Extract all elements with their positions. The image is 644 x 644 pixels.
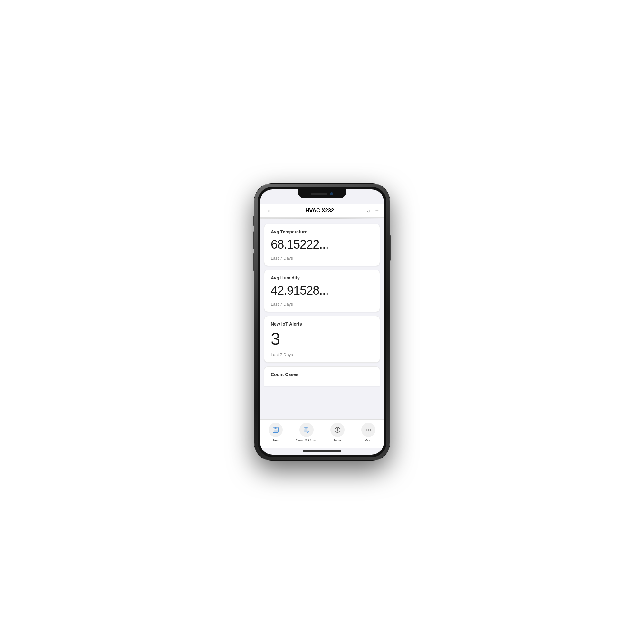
page-title: HVAC X232 (305, 207, 334, 214)
count-cases-card: Count Cases (264, 366, 380, 386)
navigation-bar: ‹ HVAC X232 ⌕ + (260, 204, 384, 218)
svg-rect-5 (305, 427, 307, 429)
more-icon (365, 426, 372, 433)
count-cases-label: Count Cases (271, 372, 373, 377)
save-close-icon-wrap (299, 423, 314, 437)
phone-screen: ‹ HVAC X232 ⌕ + Avg Temperature 68.15222… (260, 189, 384, 455)
new-icon-wrap (330, 423, 345, 437)
new-iot-alerts-card: New IoT Alerts 3 Last 7 Days (264, 316, 380, 363)
avg-temperature-value: 68.15222... (271, 238, 373, 251)
svg-rect-3 (275, 427, 276, 429)
new-iot-alerts-value: 3 (271, 330, 373, 347)
new-iot-alerts-period: Last 7 Days (271, 352, 373, 357)
more-label: More (364, 438, 372, 442)
avg-humidity-label: Avg Humidity (271, 275, 373, 280)
phone-device: ‹ HVAC X232 ⌕ + Avg Temperature 68.15222… (254, 184, 390, 460)
new-iot-alerts-label: New IoT Alerts (271, 321, 373, 327)
avg-humidity-period: Last 7 Days (271, 302, 373, 307)
new-toolbar-item[interactable]: New (322, 423, 353, 442)
nav-actions: ⌕ + (366, 207, 379, 214)
save-label: Save (271, 438, 279, 442)
home-bar (303, 450, 341, 452)
save-icon (272, 426, 279, 433)
save-icon-wrap (269, 423, 283, 437)
home-indicator (260, 448, 384, 455)
avg-humidity-card: Avg Humidity 42.91528... Last 7 Days (264, 270, 380, 312)
svg-rect-2 (274, 430, 278, 432)
svg-rect-6 (305, 429, 307, 431)
speaker (311, 193, 327, 195)
more-toolbar-item[interactable]: More (353, 423, 384, 442)
scroll-content: Avg Temperature 68.15222... Last 7 Days … (260, 219, 384, 419)
avg-temperature-label: Avg Temperature (271, 229, 373, 234)
avg-temperature-period: Last 7 Days (271, 256, 373, 260)
more-icon-wrap (361, 423, 375, 437)
svg-point-13 (368, 429, 369, 431)
save-toolbar-item[interactable]: Save (260, 423, 291, 442)
back-button[interactable]: ‹ (265, 205, 273, 215)
notch (298, 189, 346, 198)
save-close-toolbar-item[interactable]: Save & Close (291, 423, 322, 442)
avg-temperature-card: Avg Temperature 68.15222... Last 7 Days (264, 224, 380, 266)
save-close-icon (303, 426, 310, 433)
new-icon (334, 426, 341, 433)
new-label: New (334, 438, 341, 442)
bottom-toolbar: Save Save & Close (260, 419, 384, 448)
avg-humidity-value: 42.91528... (271, 284, 373, 297)
search-icon[interactable]: ⌕ (366, 207, 370, 214)
svg-point-14 (370, 429, 371, 431)
save-close-label: Save & Close (296, 438, 317, 442)
add-icon[interactable]: + (375, 207, 379, 214)
front-camera (330, 192, 333, 195)
svg-point-12 (366, 429, 367, 431)
